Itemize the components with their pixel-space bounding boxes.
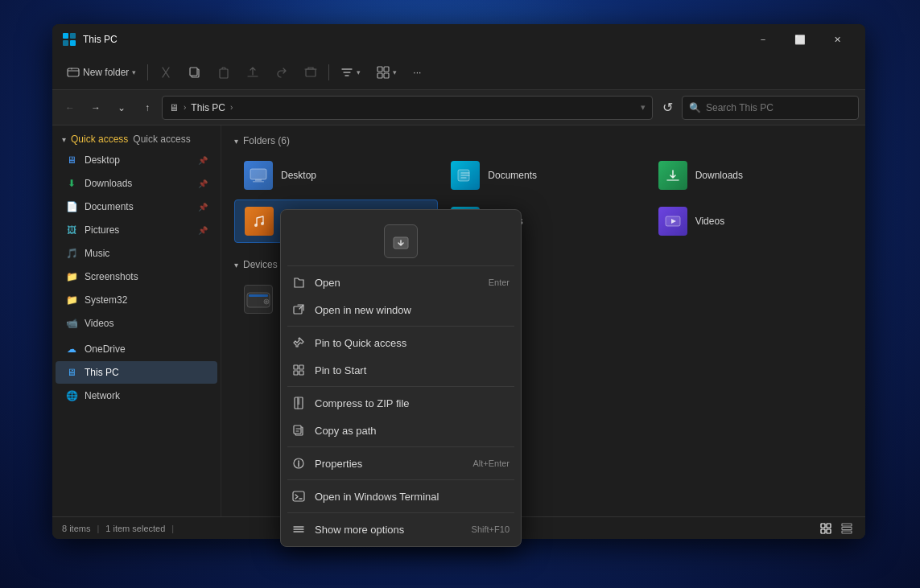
documents-folder-label: Documents xyxy=(488,170,537,181)
svg-rect-37 xyxy=(294,371,298,375)
network-icon: 🌐 xyxy=(65,389,78,402)
sidebar-item-pictures[interactable]: 🖼 Pictures 📌 xyxy=(56,219,217,241)
sidebar-thispc-label: This PC xyxy=(85,367,119,378)
share-button[interactable] xyxy=(269,63,295,82)
sidebar-network-label: Network xyxy=(85,390,120,401)
svg-rect-30 xyxy=(842,524,852,526)
nav-recent-button[interactable]: ⌄ xyxy=(110,97,133,119)
nav-up-button[interactable]: ↑ xyxy=(136,97,159,119)
context-menu-open[interactable]: Open Enter xyxy=(281,269,521,296)
sidebar-item-screenshots[interactable]: 📁 Screenshots xyxy=(56,265,217,288)
sidebar-onedrive-label: OneDrive xyxy=(85,343,126,355)
show-more-shortcut: Shift+F10 xyxy=(472,524,510,534)
paste-button[interactable] xyxy=(211,63,237,82)
details-view-button[interactable] xyxy=(838,520,856,537)
folder-documents[interactable]: Documents xyxy=(441,154,645,196)
path-computer-icon: 🖥 xyxy=(169,102,179,113)
videos-icon: 📹 xyxy=(65,317,78,330)
list-view-button[interactable] xyxy=(817,520,835,537)
open-label: Open xyxy=(315,277,340,289)
path-sep1: › xyxy=(184,103,186,112)
sort-label: ▾ xyxy=(357,68,361,76)
context-menu-open-terminal[interactable]: Open in Windows Terminal xyxy=(281,483,521,510)
statusbar-sep1: | xyxy=(97,524,99,533)
sidebar-item-network[interactable]: 🌐 Network xyxy=(56,384,217,407)
view-button[interactable]: ▾ xyxy=(370,63,403,82)
search-icon: 🔍 xyxy=(689,102,701,113)
sidebar-item-onedrive[interactable]: ☁ OneDrive xyxy=(56,338,217,360)
documents-pin-icon: 📌 xyxy=(198,203,208,212)
sidebar-system32-label: System32 xyxy=(85,294,127,306)
search-box[interactable]: 🔍 Search This PC xyxy=(682,96,859,120)
window-title: This PC xyxy=(83,34,745,45)
sidebar-item-thispc[interactable]: 🖥 This PC xyxy=(56,361,217,384)
sidebar-screenshots-label: Screenshots xyxy=(85,271,138,282)
folder-videos[interactable]: Videos xyxy=(649,199,852,243)
pin-start-label: Pin to Start xyxy=(315,364,366,376)
context-menu-open-new-window[interactable]: Open in new window xyxy=(281,296,521,323)
addressbar: ← → ⌄ ↑ 🖥 › This PC › ▾ ↺ 🔍 Search This … xyxy=(52,90,865,125)
documents-folder-icon xyxy=(451,161,480,190)
new-folder-button[interactable]: New folder ▾ xyxy=(60,63,142,82)
sidebar-item-documents[interactable]: 📄 Documents 📌 xyxy=(56,195,217,218)
nav-forward-button[interactable]: → xyxy=(85,97,107,119)
minimize-button[interactable]: − xyxy=(745,27,782,52)
cut-button[interactable] xyxy=(153,63,179,82)
svg-rect-12 xyxy=(384,73,389,78)
sidebar-item-desktop[interactable]: 🖥 Desktop 📌 xyxy=(56,149,217,171)
statusbar-sep2: | xyxy=(171,524,174,533)
videos-folder-label: Videos xyxy=(695,216,724,227)
copy-path-icon xyxy=(292,424,305,437)
pin-start-icon xyxy=(292,364,305,376)
properties-label: Properties xyxy=(315,458,362,470)
rename-button[interactable] xyxy=(240,63,266,82)
properties-icon xyxy=(292,457,305,470)
context-menu-properties[interactable]: Properties Alt+Enter xyxy=(281,450,521,477)
restore-button[interactable]: ⬜ xyxy=(782,27,819,52)
folders-section-header[interactable]: ▾ Folders (6) xyxy=(234,135,852,146)
new-window-icon xyxy=(292,303,305,316)
sidebar-item-videos[interactable]: 📹 Videos xyxy=(56,312,217,335)
thispc-icon: 🖥 xyxy=(65,366,78,379)
path-dropdown-chevron[interactable]: ▾ xyxy=(641,102,646,113)
sidebar-item-downloads[interactable]: ⬇ Downloads 📌 xyxy=(56,172,217,195)
screenshots-icon: 📁 xyxy=(65,270,78,283)
nav-back-button[interactable]: ← xyxy=(59,97,81,119)
folders-chevron: ▾ xyxy=(234,137,238,146)
context-menu-pin-start[interactable]: Pin to Start xyxy=(281,356,521,384)
refresh-button[interactable]: ↺ xyxy=(656,97,679,119)
search-placeholder: Search This PC xyxy=(706,102,774,113)
context-menu-pin-quick[interactable]: Pin to Quick access xyxy=(281,329,521,356)
path-sep2: › xyxy=(230,103,233,112)
toolbar-sep2 xyxy=(328,64,329,80)
new-folder-label: New folder xyxy=(83,67,129,78)
copy-button[interactable] xyxy=(182,63,208,82)
disk-icon xyxy=(244,285,273,314)
close-button[interactable]: ✕ xyxy=(819,27,856,52)
context-menu-show-more[interactable]: Show more options Shift+F10 xyxy=(281,516,521,543)
context-menu-compress-zip[interactable]: Compress to ZIP file xyxy=(281,389,521,417)
sort-button[interactable]: ▾ xyxy=(334,63,367,82)
svg-rect-36 xyxy=(299,365,303,369)
more-button[interactable]: ··· xyxy=(406,64,427,81)
sidebar-item-system32[interactable]: 📁 System32 xyxy=(56,289,217,311)
sidebar-videos-label: Videos xyxy=(85,318,113,329)
svg-rect-0 xyxy=(63,33,68,39)
open-terminal-label: Open in Windows Terminal xyxy=(315,491,439,503)
svg-rect-3 xyxy=(70,40,76,46)
downloads-folder-label: Downloads xyxy=(695,170,743,181)
quick-access-header[interactable]: ▾ Quick access Quick access xyxy=(52,130,221,148)
downloads-icon: ⬇ xyxy=(65,177,78,190)
delete-button[interactable] xyxy=(298,63,324,82)
sidebar-item-music[interactable]: 🎵 Music xyxy=(56,242,217,265)
svg-rect-10 xyxy=(384,67,389,72)
context-menu-top-sep xyxy=(287,265,514,266)
open-icon xyxy=(292,276,305,289)
address-path[interactable]: 🖥 › This PC › ▾ xyxy=(162,96,653,120)
folder-downloads[interactable]: Downloads xyxy=(649,154,852,196)
quick-access-label: Quick access xyxy=(71,134,128,145)
folder-desktop[interactable]: Desktop xyxy=(234,154,438,196)
titlebar: This PC − ⬜ ✕ xyxy=(52,24,865,55)
context-menu-copy-path[interactable]: Copy as path xyxy=(281,417,521,444)
music-icon: 🎵 xyxy=(65,247,78,260)
